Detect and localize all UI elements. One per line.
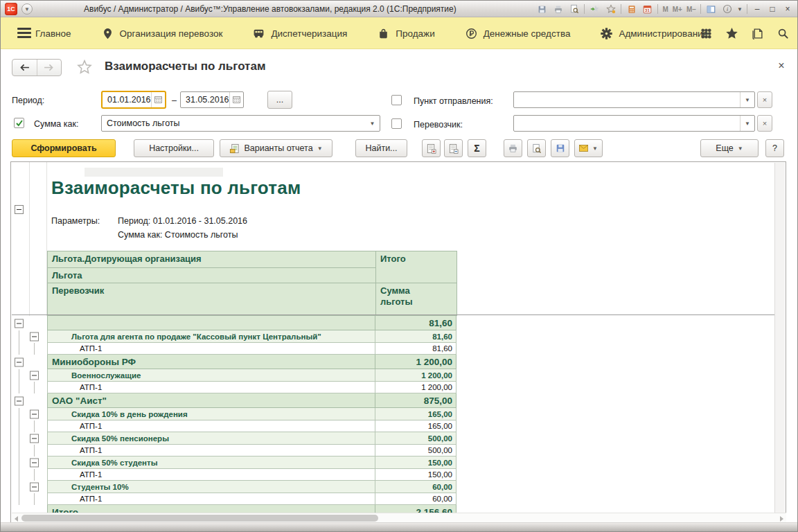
close-button[interactable]: × bbox=[782, 3, 793, 15]
collapse-groups-button[interactable] bbox=[444, 139, 463, 157]
print-icon[interactable] bbox=[552, 3, 564, 15]
scrollbar-thumb[interactable] bbox=[21, 515, 378, 522]
table-row[interactable]: Скидка 50% пенсионеры 500,00 bbox=[11, 432, 457, 445]
scroll-right-icon[interactable] bbox=[780, 516, 783, 522]
carrier-combobox[interactable]: ▼ bbox=[513, 115, 755, 132]
period-to-value[interactable]: 31.05.2016 bbox=[181, 92, 229, 107]
favorite-star-icon[interactable] bbox=[77, 60, 92, 78]
send-mail-button[interactable]: ▼ bbox=[574, 139, 603, 157]
memory-m-minus-button[interactable]: M− bbox=[686, 6, 696, 13]
table-row[interactable]: Итого 2 156,60 bbox=[11, 505, 457, 513]
table-row[interactable]: Военнослужащие 1 200,00 bbox=[11, 369, 457, 382]
carrier-clear-button[interactable]: × bbox=[757, 115, 772, 132]
sum-as-value[interactable]: Стоимость льготы bbox=[102, 116, 365, 131]
vertical-scrollbar[interactable] bbox=[774, 163, 785, 514]
horizontal-scrollbar[interactable] bbox=[12, 513, 786, 522]
forward-button[interactable] bbox=[37, 60, 62, 76]
menubar-item-денежные-средства[interactable]: Денежные средства bbox=[466, 28, 571, 39]
sum-as-checkbox[interactable] bbox=[14, 118, 24, 128]
history-icon[interactable] bbox=[752, 28, 763, 39]
preview-button[interactable] bbox=[527, 139, 546, 157]
info-dropdown-icon[interactable]: ▼ bbox=[737, 6, 743, 12]
memory-m-button[interactable]: M bbox=[662, 6, 668, 13]
system-menu-button[interactable]: ▼ bbox=[21, 3, 33, 15]
period-variants-button[interactable]: ... bbox=[267, 91, 292, 109]
print-button[interactable] bbox=[504, 139, 522, 157]
period-to-field[interactable]: 31.05.2016 bbox=[180, 91, 244, 108]
search-icon[interactable] bbox=[777, 28, 789, 39]
chevron-down-icon[interactable]: ▼ bbox=[740, 92, 754, 107]
table-row[interactable]: Льгота для агента по продаже "Кассовый п… bbox=[11, 330, 457, 343]
save-file-button[interactable] bbox=[551, 139, 569, 157]
scroll-left-icon[interactable] bbox=[15, 516, 18, 522]
sum-sigma-button[interactable]: Σ bbox=[468, 139, 486, 157]
table-row[interactable]: АТП-1 1 200,00 bbox=[11, 382, 457, 393]
table-row[interactable]: АТП-1 165,00 bbox=[11, 420, 457, 432]
generate-report-button[interactable]: Сформировать bbox=[12, 139, 116, 157]
maximize-button[interactable]: □ bbox=[767, 3, 778, 15]
table-row[interactable]: ОАО "Аист" 875,00 bbox=[11, 393, 457, 408]
collapse-group-button[interactable] bbox=[30, 332, 39, 342]
split-window-icon[interactable] bbox=[705, 3, 717, 15]
table-row[interactable]: АТП-1 500,00 bbox=[11, 445, 457, 456]
back-button[interactable] bbox=[12, 60, 37, 76]
info-icon[interactable]: i bbox=[721, 3, 733, 15]
menubar-item-администрирование[interactable]: Администрирование bbox=[601, 28, 708, 39]
table-row[interactable]: АТП-1 150,00 bbox=[11, 469, 457, 481]
carrier-checkbox[interactable] bbox=[391, 118, 402, 129]
collapse-group-button[interactable] bbox=[15, 319, 24, 328]
collapse-group-button[interactable] bbox=[30, 459, 39, 468]
find-button[interactable]: Найти... bbox=[355, 139, 407, 157]
period-from-field[interactable]: 01.01.2016 bbox=[101, 91, 166, 109]
expand-groups-button[interactable] bbox=[422, 139, 441, 157]
carrier-value[interactable] bbox=[514, 116, 740, 131]
collapse-group-button[interactable] bbox=[15, 357, 24, 366]
form-close-icon[interactable]: × bbox=[775, 60, 788, 72]
table-row[interactable]: Скидка 50% студенты 150,00 bbox=[11, 456, 457, 469]
chevron-down-icon[interactable]: ▼ bbox=[740, 116, 754, 131]
calendar-icon[interactable]: 31 bbox=[641, 3, 653, 15]
menubar-item-организация-перевозок[interactable]: Организация перевозок bbox=[102, 28, 223, 39]
more-actions-button[interactable]: Еще ▼ bbox=[700, 139, 759, 157]
table-row[interactable]: Скидка 10% в день рождения 165,00 bbox=[11, 408, 457, 420]
collapse-group-button[interactable] bbox=[30, 371, 39, 380]
period-from-value[interactable]: 01.01.2016 bbox=[103, 92, 151, 107]
departure-clear-button[interactable]: × bbox=[757, 91, 772, 108]
menubar-item-диспетчеризация[interactable]: Диспетчеризация bbox=[253, 28, 347, 39]
report-variants-button[interactable]: Варианты отчета ▼ bbox=[220, 139, 332, 157]
favorites-star-icon[interactable] bbox=[726, 28, 738, 39]
table-row[interactable]: 81,60 bbox=[11, 316, 457, 330]
departure-value[interactable] bbox=[514, 92, 740, 107]
report-spreadsheet[interactable]: Взаиморасчеты по льготам Параметры: Пери… bbox=[10, 161, 786, 524]
memory-m-plus-button[interactable]: M+ bbox=[673, 6, 682, 13]
table-row[interactable]: Миниобороны РФ 1 200,00 bbox=[11, 355, 457, 369]
add-favorite-icon[interactable] bbox=[589, 3, 601, 15]
print-preview-icon[interactable] bbox=[568, 3, 580, 15]
table-row[interactable]: АТП-1 81,60 bbox=[11, 343, 457, 355]
chevron-down-icon[interactable]: ▼ bbox=[365, 116, 380, 131]
calendar-picker-icon[interactable] bbox=[229, 92, 243, 107]
menubar-item-главное[interactable]: Главное bbox=[35, 28, 71, 39]
collapse-report-button[interactable] bbox=[15, 205, 24, 214]
departure-checkbox[interactable] bbox=[391, 95, 402, 105]
help-button[interactable]: ? bbox=[765, 139, 784, 157]
hamburger-menu-icon[interactable] bbox=[17, 28, 31, 38]
sum-as-combobox[interactable]: Стоимость льготы ▼ bbox=[101, 115, 380, 132]
collapse-group-button[interactable] bbox=[15, 396, 24, 405]
1c-logo-icon[interactable]: 1С bbox=[5, 3, 17, 15]
calculator-icon[interactable] bbox=[626, 3, 637, 15]
table-row[interactable]: Студенты 10% 60,00 bbox=[11, 481, 457, 493]
collapse-group-button[interactable] bbox=[30, 434, 39, 443]
settings-button[interactable]: Настройки... bbox=[134, 139, 214, 157]
row-value: 165,00 bbox=[375, 408, 456, 420]
all-functions-grid-icon[interactable] bbox=[700, 28, 712, 39]
departure-combobox[interactable]: ▼ bbox=[513, 91, 755, 108]
collapse-group-button[interactable] bbox=[30, 483, 39, 492]
minimize-button[interactable]: – bbox=[752, 3, 763, 15]
favorites-icon[interactable] bbox=[605, 3, 617, 15]
calendar-picker-icon[interactable] bbox=[151, 92, 165, 107]
table-row[interactable]: АТП-1 60,00 bbox=[11, 493, 457, 505]
collapse-group-button[interactable] bbox=[30, 410, 39, 419]
save-icon[interactable] bbox=[536, 3, 548, 15]
menubar-item-продажи[interactable]: Продажи bbox=[378, 28, 434, 39]
